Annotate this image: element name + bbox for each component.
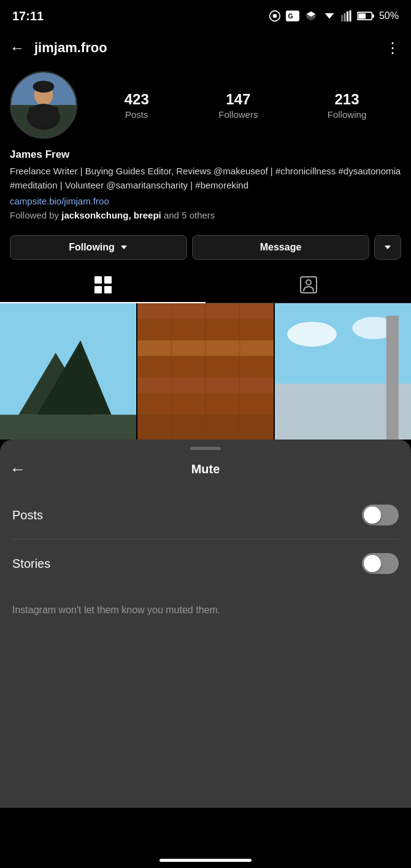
- tab-tagged[interactable]: [205, 267, 411, 303]
- profile-username: jimjam.froo: [34, 40, 107, 56]
- followed-by-others: and 5 others: [161, 210, 215, 220]
- home-indicator: [159, 859, 252, 862]
- svg-point-19: [33, 80, 55, 92]
- posts-label: Posts: [125, 109, 148, 120]
- header-left: ← jimjam.froo: [10, 39, 107, 56]
- followed-by-names: jacksonkchung, breepi: [61, 210, 161, 220]
- svg-rect-33: [0, 415, 136, 440]
- battery-icon: [357, 10, 374, 21]
- photo-1-svg: [0, 303, 136, 440]
- svg-rect-8: [341, 15, 343, 22]
- svg-marker-22: [121, 246, 127, 249]
- svg-rect-10: [347, 12, 348, 22]
- bio-link[interactable]: campsite.bio/jimjam.froo: [10, 196, 401, 206]
- profile-tabs: [0, 267, 411, 303]
- bio-text: Freelance Writer | Buying Guides Editor,…: [10, 165, 401, 192]
- chevron-down-icon: [120, 243, 128, 252]
- stats-group: 423 Posts 147 Followers 213 Following: [90, 91, 401, 120]
- sheet-header: ← Mute: [0, 455, 411, 491]
- following-label: Following: [328, 109, 366, 120]
- posts-count: 423: [125, 91, 149, 108]
- avatar: [10, 71, 77, 139]
- mute-stories-label: Stories: [12, 557, 50, 571]
- notification-icon: G: [286, 10, 299, 21]
- mute-list: Posts Stories: [0, 491, 411, 587]
- following-button-label: Following: [69, 242, 115, 253]
- svg-rect-27: [104, 286, 112, 293]
- svg-rect-9: [344, 14, 345, 22]
- person-tag-icon: [299, 276, 318, 294]
- handle-bar: [190, 447, 221, 450]
- followed-by: Followed by jacksonkchung, breepi and 5 …: [10, 210, 401, 220]
- svg-point-1: [273, 14, 277, 18]
- mute-stories-row: Stories: [12, 540, 399, 587]
- svg-rect-25: [104, 276, 112, 284]
- status-icons: G 50%: [269, 10, 399, 22]
- photo-2-svg: [137, 303, 274, 440]
- dropdown-button[interactable]: [374, 235, 401, 260]
- following-button[interactable]: Following: [10, 235, 187, 260]
- svg-rect-21: [29, 107, 58, 125]
- photo-cell-1[interactable]: [0, 303, 136, 440]
- sheet-back-button[interactable]: ←: [10, 460, 26, 479]
- sheet-handle: [0, 440, 411, 455]
- battery-percent: 50%: [379, 10, 399, 21]
- message-button[interactable]: Message: [192, 235, 369, 260]
- profile-info-section: 423 Posts 147 Followers 213 Following: [0, 64, 411, 139]
- mute-posts-row: Posts: [12, 491, 399, 540]
- action-buttons: Following Message: [0, 228, 411, 267]
- avatar-image: [11, 72, 76, 138]
- message-button-label: Message: [260, 242, 302, 253]
- photo-cell-2[interactable]: [137, 303, 274, 440]
- disclaimer-text: Instagram won't let them know you muted …: [12, 605, 220, 615]
- stories-toggle[interactable]: [362, 553, 399, 574]
- grid-icon: [94, 276, 112, 294]
- profile-header: ← jimjam.froo ⋮: [0, 32, 411, 64]
- layers-icon: [304, 10, 318, 21]
- photo-cell-3[interactable]: [275, 303, 411, 440]
- posts-toggle-knob: [364, 506, 381, 524]
- svg-rect-13: [372, 14, 374, 17]
- mute-posts-label: Posts: [12, 508, 43, 522]
- profile-stats-row: 423 Posts 147 Followers 213 Following: [10, 71, 401, 139]
- svg-rect-11: [349, 10, 351, 21]
- followers-stat[interactable]: 147 Followers: [218, 91, 258, 120]
- more-options-button[interactable]: ⋮: [385, 39, 401, 56]
- posts-stat[interactable]: 423 Posts: [125, 91, 149, 120]
- avatar-svg: [11, 72, 76, 138]
- photo-grid: [0, 303, 411, 440]
- posts-toggle[interactable]: [362, 505, 399, 525]
- signal-icon: [341, 10, 352, 21]
- svg-rect-49: [386, 316, 399, 440]
- svg-rect-24: [94, 276, 102, 284]
- followed-by-prefix: Followed by: [10, 210, 61, 220]
- back-button[interactable]: ←: [10, 39, 25, 56]
- svg-marker-7: [325, 14, 334, 19]
- status-bar: 17:11 G: [0, 0, 411, 32]
- svg-marker-23: [385, 246, 391, 249]
- tab-grid[interactable]: [0, 267, 205, 303]
- location-icon: [269, 10, 281, 22]
- following-stat[interactable]: 213 Following: [328, 91, 366, 120]
- photo-3-svg: [275, 303, 411, 440]
- svg-rect-26: [94, 286, 102, 293]
- following-count: 213: [335, 91, 359, 108]
- sheet-title: Mute: [191, 462, 220, 476]
- svg-point-29: [306, 280, 311, 285]
- display-name: James Frew: [10, 149, 401, 161]
- wifi-icon: [323, 10, 336, 21]
- svg-point-46: [287, 322, 337, 346]
- mute-disclaimer: Instagram won't let them know you muted …: [0, 587, 411, 616]
- bio-section: James Frew Freelance Writer | Buying Gui…: [0, 149, 411, 228]
- svg-rect-14: [358, 14, 366, 19]
- status-time: 17:11: [12, 9, 44, 23]
- followers-count: 147: [226, 91, 250, 108]
- svg-text:G: G: [288, 12, 293, 20]
- mute-sheet: ← Mute Posts Stories Instagram won't let…: [0, 440, 411, 808]
- followers-label: Followers: [218, 109, 258, 120]
- stories-toggle-knob: [364, 555, 381, 572]
- dropdown-chevron-icon: [383, 243, 392, 252]
